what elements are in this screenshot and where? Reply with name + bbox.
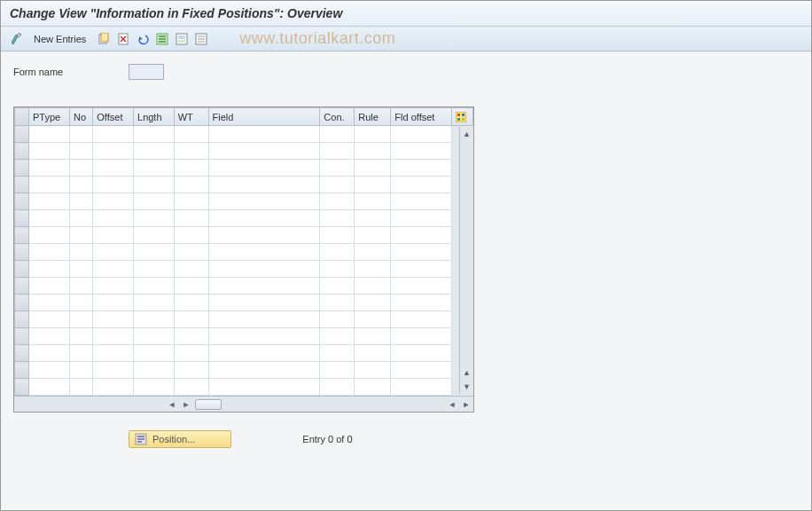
position-button-label: Position... [152,434,195,444]
svg-rect-13 [198,41,205,43]
form-name-input[interactable] [129,64,164,80]
table-row[interactable] [15,210,473,227]
delete-icon[interactable] [115,31,131,47]
toggle-icon[interactable] [8,31,24,47]
svg-rect-6 [159,41,166,43]
table-row[interactable] [15,160,473,177]
svg-rect-16 [462,114,465,116]
table-row[interactable] [15,193,473,210]
table-row[interactable] [15,261,473,278]
scroll-left-icon[interactable]: ◄ [166,398,178,411]
data-table: PType No Offset Lngth WT Field Con. Rule… [13,106,474,413]
col-con[interactable]: Con. [320,108,355,126]
scroll-down-icon[interactable]: ▼ [461,381,473,393]
scroll-right-icon[interactable]: ► [180,398,192,411]
table-row[interactable] [15,143,473,160]
svg-rect-5 [159,38,166,40]
table-row[interactable] [15,126,473,143]
copy-as-icon[interactable] [96,31,112,47]
scroll-thumb[interactable] [195,399,222,410]
table-row[interactable] [15,345,473,362]
svg-rect-1 [101,33,108,42]
title-bar: Change View "Information in Fixed Positi… [1,1,811,27]
svg-rect-22 [137,441,142,443]
vertical-scrollbar[interactable]: ▲ ▲ ▼ [459,127,473,394]
horizontal-scrollbar[interactable]: ◄ ► ◄ ► [14,396,473,412]
col-field[interactable]: Field [208,108,320,126]
watermark-text: www.tutorialkart.com [239,29,395,48]
form-name-row: Form name [13,64,799,80]
svg-rect-4 [159,35,166,37]
scroll-right-end-icon[interactable]: ► [460,398,472,411]
table-row[interactable] [15,362,473,379]
position-icon [135,433,147,445]
table-body [15,126,473,396]
col-lngth[interactable]: Lngth [134,108,175,126]
svg-rect-21 [137,438,144,440]
col-fldoffset[interactable]: Fld offset [391,108,452,126]
table-row[interactable] [15,227,473,244]
svg-rect-17 [457,118,460,121]
undo-icon[interactable] [135,31,151,47]
table-row[interactable] [15,244,473,261]
svg-rect-15 [457,114,460,116]
svg-rect-14 [456,112,466,122]
col-rule[interactable]: Rule [355,108,391,126]
content-area: Form name PType No Offset Lngth WT Field… [1,51,811,509]
table-row[interactable] [15,311,473,328]
svg-rect-12 [198,38,205,40]
scroll-left-end-icon[interactable]: ◄ [446,398,458,411]
col-ptype[interactable]: PType [29,108,70,126]
table-row[interactable] [15,177,473,193]
table-settings-icon[interactable] [451,108,472,126]
scroll-down-icon[interactable]: ▲ [461,366,473,379]
svg-rect-8 [178,35,185,39]
table-row[interactable] [15,295,473,311]
col-offset[interactable]: Offset [93,108,134,126]
select-all-icon[interactable] [154,31,170,47]
select-block-icon[interactable] [174,31,190,47]
deselect-all-icon[interactable] [193,31,209,47]
table-row[interactable] [15,379,473,396]
svg-rect-9 [178,40,185,43]
svg-rect-11 [198,35,205,37]
row-selector-header[interactable] [15,108,29,126]
scroll-up-icon[interactable]: ▲ [461,128,473,140]
entry-count-text: Entry 0 of 0 [302,434,352,444]
table-row[interactable] [15,328,473,345]
table-footer: Position... Entry 0 of 0 [13,430,474,448]
application-toolbar: New Entries www.tutorialkart.com [1,27,811,51]
new-entries-button[interactable]: New Entries [27,31,92,47]
page-title: Change View "Information in Fixed Positi… [10,6,802,20]
svg-rect-18 [462,118,465,121]
form-name-label: Form name [13,67,129,77]
table-row[interactable] [15,278,473,295]
col-wt[interactable]: WT [174,108,208,126]
svg-rect-20 [137,436,144,437]
position-button[interactable]: Position... [129,430,231,448]
col-no[interactable]: No [69,108,92,126]
